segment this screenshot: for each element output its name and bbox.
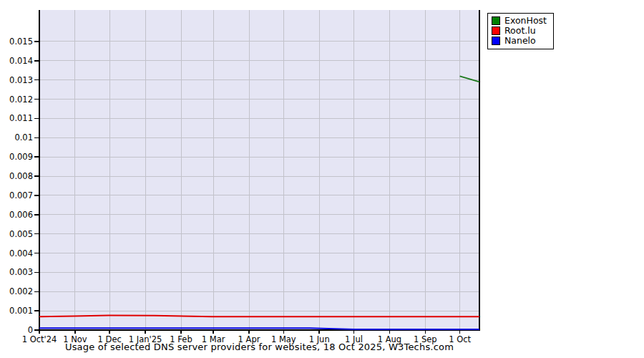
legend: ExonHost Root.lu Nanelo	[487, 13, 554, 49]
y-tick-label: 0.007	[9, 190, 33, 200]
dns-usage-trend-plot: 00.0010.0020.0030.0040.0050.0060.0070.00…	[0, 0, 644, 358]
y-tick-label: 0.004	[9, 248, 33, 258]
y-tick-label: 0.006	[9, 210, 33, 220]
y-tick-label: 0.014	[9, 56, 33, 66]
y-tick-label: 0.01	[14, 132, 33, 142]
y-tick-label: 0.002	[9, 286, 33, 296]
legend-item-rootlu: Root.lu	[492, 26, 547, 36]
plot-area	[39, 10, 479, 330]
rootlu-color-swatch-icon	[492, 26, 500, 35]
y-tick-label: 0.012	[9, 95, 33, 105]
legend-label-rootlu: Root.lu	[504, 26, 536, 36]
y-tick-label: 0	[28, 325, 33, 335]
dns-usage-chart-canvas: 00.0010.0020.0030.0040.0050.0060.0070.00…	[0, 0, 644, 358]
legend-label-exonhost: ExonHost	[504, 16, 547, 26]
y-tick-label: 0.013	[9, 75, 33, 85]
y-tick-label: 0.008	[9, 171, 33, 181]
exonhost-color-swatch-icon	[492, 16, 500, 25]
y-tick-label: 0.005	[9, 229, 33, 239]
y-tick-label: 0.003	[9, 267, 33, 277]
legend-label-nanelo: Nanelo	[504, 36, 536, 46]
y-tick-label: 0.009	[9, 152, 33, 162]
legend-item-nanelo: Nanelo	[492, 36, 547, 46]
y-tick-label: 0.011	[9, 113, 33, 123]
nanelo-color-swatch-icon	[492, 37, 500, 45]
legend-item-exonhost: ExonHost	[492, 16, 547, 26]
chart-title: Usage of selected DNS server providers f…	[39, 342, 479, 352]
y-tick-label: 0.001	[9, 306, 33, 316]
y-tick-label: 0.015	[9, 37, 33, 47]
